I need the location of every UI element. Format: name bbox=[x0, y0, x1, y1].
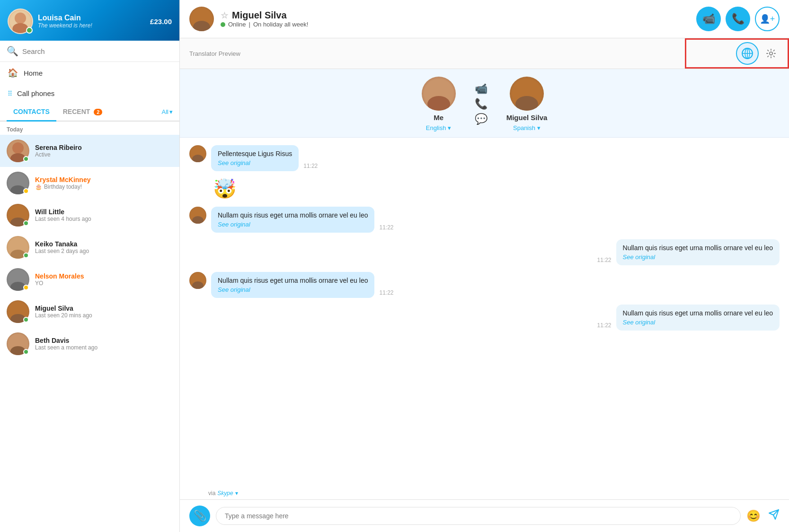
svg-point-8 bbox=[12, 239, 24, 250]
message-row-3: Nullam quis risus eget urna mollis ornar… bbox=[189, 207, 780, 233]
contact-name-nelson: Nelson Morales bbox=[35, 272, 84, 280]
msg-bubble-6: Nullam quis risus eget urna mollis ornar… bbox=[616, 305, 780, 331]
contact-item-keiko[interactable]: Keiko Tanaka Last seen 2 days ago bbox=[0, 231, 179, 263]
contact-info-krystal: Krystal McKinney 🎂 Birthday today! bbox=[35, 176, 90, 190]
translator-globe-button[interactable] bbox=[736, 42, 759, 65]
msg-bubble-3: Nullam quis risus eget urna mollis ornar… bbox=[211, 207, 374, 233]
contact-info-keiko: Keiko Tanaka Last seen 2 days ago bbox=[35, 240, 89, 254]
emoji-display: 🤯 bbox=[213, 178, 237, 200]
contact-list: Serena Ribeiro Active Krystal McKinney 🎂… bbox=[0, 135, 179, 532]
phone-icon-divider: 📞 bbox=[475, 98, 488, 110]
svg-point-14 bbox=[12, 335, 24, 347]
emoji-row: 🤯 bbox=[189, 178, 780, 200]
via-skype-label: via Skype ▾ bbox=[208, 490, 789, 497]
see-original-6[interactable]: See original bbox=[623, 319, 773, 326]
sidebar-header-left: Louisa Cain The weekend is here! bbox=[8, 9, 92, 34]
msg-avatar-5 bbox=[189, 272, 206, 289]
translator-me-lang[interactable]: English ▾ bbox=[426, 124, 452, 131]
svg-point-17 bbox=[193, 21, 210, 31]
see-original-4[interactable]: See original bbox=[623, 253, 773, 261]
contact-info-serena: Serena Ribeiro Active bbox=[35, 144, 82, 158]
star-icon[interactable]: ☆ bbox=[221, 10, 228, 21]
see-original-5[interactable]: See original bbox=[218, 286, 368, 293]
msg-time-4: 11:22 bbox=[597, 257, 611, 263]
contact-item-will[interactable]: Will Little Last seen 4 hours ago bbox=[0, 199, 179, 231]
svg-point-12 bbox=[12, 303, 24, 314]
contact-item-serena[interactable]: Serena Ribeiro Active bbox=[0, 135, 179, 167]
status-dot-will bbox=[23, 220, 29, 226]
contact-sub-will: Last seen 4 hours ago bbox=[35, 216, 91, 222]
emoji-button[interactable]: 😊 bbox=[746, 509, 761, 523]
sidebar: Louisa Cain The weekend is here! £23.00 … bbox=[0, 0, 180, 532]
chevron-down-me-icon: ▾ bbox=[448, 124, 451, 131]
svg-point-2 bbox=[12, 142, 24, 154]
translator-them-avatar bbox=[510, 77, 544, 111]
svg-point-0 bbox=[15, 12, 26, 24]
message-row-6: Nullam quis risus eget urna mollis ornar… bbox=[189, 305, 780, 331]
contact-avatar-keiko bbox=[7, 236, 29, 259]
tab-recent[interactable]: RECENT 2 bbox=[56, 103, 109, 122]
chat-contact-name-wrap: ☆ Miguel Silva bbox=[221, 10, 690, 21]
contact-sub-keiko: Last seen 2 days ago bbox=[35, 248, 89, 254]
msg-bubble-5: Nullam quis risus eget urna mollis ornar… bbox=[211, 272, 374, 298]
audio-call-button[interactable]: 📞 bbox=[726, 7, 750, 31]
chat-icon-divider: 💬 bbox=[475, 113, 488, 125]
contact-name-beth: Beth Davis bbox=[35, 337, 98, 344]
translator-me-avatar bbox=[422, 77, 456, 111]
nav-call-phones-label: Call phones bbox=[17, 89, 54, 97]
contact-online-label: Online bbox=[228, 21, 246, 28]
translator-them-lang[interactable]: Spanish ▾ bbox=[513, 124, 541, 131]
status-dot-serena bbox=[23, 156, 29, 162]
search-icon: 🔍 bbox=[7, 45, 18, 57]
credit-balance: £23.00 bbox=[150, 17, 172, 26]
message-input[interactable] bbox=[216, 507, 741, 525]
translator-them-name: Miguel Silva bbox=[506, 113, 548, 122]
attach-button[interactable]: 📎 bbox=[189, 506, 210, 526]
call-phones-icon: ⠿ bbox=[8, 90, 11, 97]
see-original-1[interactable]: See original bbox=[218, 159, 292, 166]
svg-point-22 bbox=[770, 52, 772, 55]
svg-point-4 bbox=[12, 174, 24, 186]
msg-text-3: Nullam quis risus eget urna mollis ornar… bbox=[211, 207, 374, 233]
add-person-icon: 👤+ bbox=[760, 14, 775, 24]
tab-all[interactable]: All ▾ bbox=[162, 108, 173, 115]
nav-home[interactable]: 🏠 Home bbox=[0, 62, 179, 84]
video-call-button[interactable]: 📹 bbox=[696, 7, 721, 31]
contact-item-beth[interactable]: Beth Davis Last seen a moment ago bbox=[0, 328, 179, 360]
svg-point-25 bbox=[519, 81, 535, 97]
send-button[interactable] bbox=[768, 509, 780, 523]
input-bar: 📎 😊 bbox=[180, 499, 789, 532]
messages-area: Pellentesque Ligus Risus See original 11… bbox=[180, 138, 789, 490]
msg-avatar-1 bbox=[189, 145, 206, 162]
see-original-3[interactable]: See original bbox=[218, 221, 368, 228]
contact-item-krystal[interactable]: Krystal McKinney 🎂 Birthday today! bbox=[0, 167, 179, 199]
video-icon-divider: 📹 bbox=[475, 83, 488, 95]
input-area-wrapper: via Skype ▾ 📎 😊 bbox=[180, 490, 789, 532]
user-status-text: The weekend is here! bbox=[38, 22, 92, 29]
svg-point-28 bbox=[192, 155, 204, 162]
contact-sub-serena: Active bbox=[35, 151, 82, 158]
msg-text-1: Pellentesque Ligus Risus See original bbox=[211, 145, 299, 171]
online-indicator bbox=[221, 22, 225, 27]
add-contact-button[interactable]: 👤+ bbox=[755, 7, 780, 31]
search-input[interactable] bbox=[22, 47, 173, 55]
svg-point-32 bbox=[192, 281, 204, 289]
chevron-down-via-icon: ▾ bbox=[235, 490, 238, 497]
contact-info-beth: Beth Davis Last seen a moment ago bbox=[35, 337, 98, 351]
user-name: Louisa Cain bbox=[38, 14, 92, 22]
contact-name-krystal: Krystal McKinney bbox=[35, 176, 90, 183]
tab-recent-badge: 2 bbox=[94, 109, 102, 115]
msg-bubble-1: Pellentesque Ligus Risus See original bbox=[211, 145, 299, 171]
skype-link[interactable]: Skype bbox=[217, 490, 233, 497]
contact-sub-miguel: Last seen 20 mins ago bbox=[35, 312, 92, 319]
tab-contacts[interactable]: CONTACTS bbox=[7, 103, 56, 122]
contact-item-nelson[interactable]: Nelson Morales YO bbox=[0, 263, 179, 296]
contact-name-miguel: Miguel Silva bbox=[35, 305, 92, 312]
phone-icon: 📞 bbox=[732, 13, 745, 25]
nav-call-phones[interactable]: ⠿ Call phones bbox=[0, 84, 179, 103]
svg-point-16 bbox=[195, 9, 208, 22]
chat-contact-name: Miguel Silva bbox=[232, 10, 287, 21]
settings-gear-button[interactable] bbox=[762, 45, 780, 62]
msg-time-6: 11:22 bbox=[597, 322, 611, 329]
contact-item-miguel[interactable]: Miguel Silva Last seen 20 mins ago bbox=[0, 296, 179, 328]
